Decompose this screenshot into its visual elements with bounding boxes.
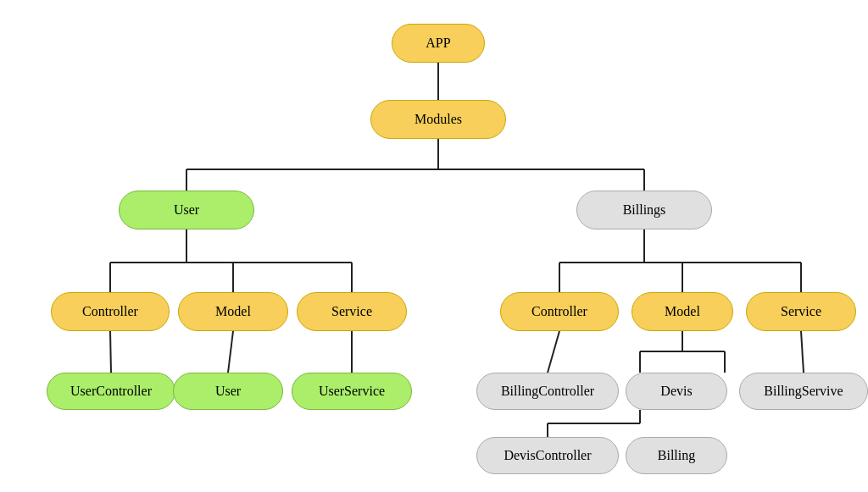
diagram: APPModulesUserBillingsControllerModelSer…: [0, 0, 868, 492]
node-bill_controller: Controller: [500, 292, 619, 331]
node-label-bill_service: Service: [781, 304, 821, 319]
node-label-usermodel: User: [215, 384, 241, 399]
node-label-user_controller: Controller: [82, 304, 138, 319]
node-label-userservice: UserService: [319, 384, 385, 399]
node-devis: Devis: [626, 373, 727, 410]
svg-line-26: [801, 331, 804, 373]
svg-line-18: [548, 331, 559, 373]
node-label-app: APP: [426, 36, 450, 51]
node-label-user_service: Service: [331, 304, 372, 319]
node-modules: Modules: [370, 100, 506, 139]
node-label-deviscontroller: DevisController: [504, 448, 591, 463]
svg-line-10: [110, 331, 111, 373]
node-user_controller: Controller: [51, 292, 170, 331]
node-user_model: Model: [178, 292, 288, 331]
node-bill_model: Model: [632, 292, 733, 331]
node-billing: Billing: [626, 437, 727, 474]
node-label-bill_controller: Controller: [531, 304, 587, 319]
svg-line-11: [228, 331, 233, 373]
node-deviscontroller: DevisController: [476, 437, 619, 474]
node-label-modules: Modules: [415, 112, 462, 127]
node-label-billingservive: BillingServive: [764, 384, 843, 399]
node-billingcontroller: BillingController: [476, 373, 619, 410]
node-usermodel: User: [173, 373, 283, 410]
node-label-billingcontroller: BillingController: [501, 384, 594, 399]
node-label-usercontroller: UserController: [70, 384, 152, 399]
connector-lines: [0, 0, 868, 492]
node-user_service: Service: [297, 292, 407, 331]
node-label-user_model: Model: [215, 304, 251, 319]
node-usercontroller: UserController: [47, 373, 175, 410]
node-user: User: [119, 191, 254, 229]
node-bill_service: Service: [746, 292, 856, 331]
node-label-devis: Devis: [660, 384, 692, 399]
node-label-bill_model: Model: [665, 304, 700, 319]
node-app: APP: [392, 24, 485, 63]
node-label-billing: Billing: [658, 448, 695, 463]
node-label-billings: Billings: [623, 202, 666, 218]
node-label-user: User: [174, 202, 199, 218]
node-userservice: UserService: [292, 373, 412, 410]
node-billingservive: BillingServive: [739, 373, 868, 410]
node-billings: Billings: [576, 191, 712, 229]
